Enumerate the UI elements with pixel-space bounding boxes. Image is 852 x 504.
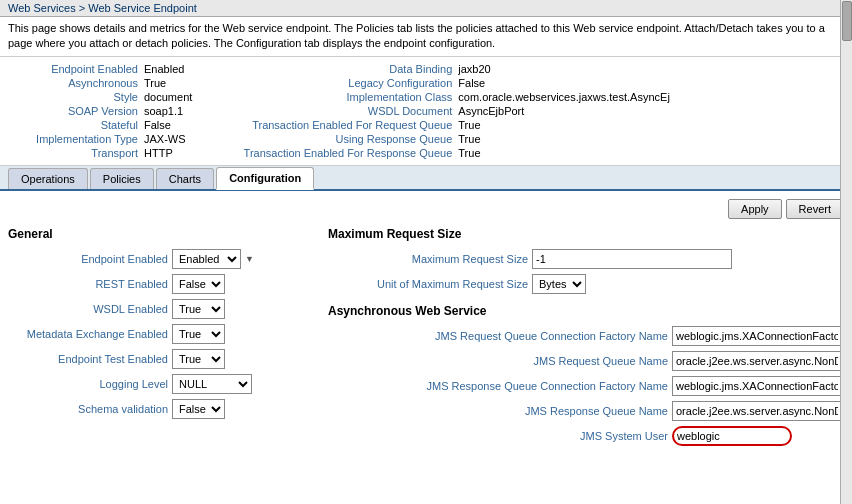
- form-label-wsdl-enabled: WSDL Enabled: [8, 303, 168, 315]
- jms-row-req-queue: JMS Request Queue Name: [328, 351, 844, 371]
- form-label-endpoint-enabled: Endpoint Enabled: [8, 253, 168, 265]
- jms-row-req-factory: JMS Request Queue Connection Factory Nam…: [328, 326, 844, 346]
- meta-value: False: [458, 77, 485, 89]
- jms-resp-queue-label: JMS Response Queue Name: [328, 405, 668, 417]
- meta-row: Implementation Class com.oracle.webservi…: [232, 91, 670, 103]
- schema-validation-select[interactable]: False True: [172, 399, 225, 419]
- jms-row-resp-queue: JMS Response Queue Name: [328, 401, 844, 421]
- form-label-schema-validation: Schema validation: [8, 403, 168, 415]
- right-sections: Maximum Request Size Maximum Request Siz…: [328, 227, 844, 451]
- meta-col-left: Endpoint Enabled Enabled Asynchronous Tr…: [8, 63, 192, 159]
- tabs-bar: Operations Policies Charts Configuration: [0, 166, 852, 191]
- jms-req-queue-label: JMS Request Queue Name: [328, 355, 668, 367]
- meta-value: True: [458, 119, 480, 131]
- max-request-size-title: Maximum Request Size: [328, 227, 844, 241]
- scrollbar-thumb[interactable]: [842, 1, 852, 41]
- meta-value: AsyncEjbPort: [458, 105, 524, 117]
- metadata-exchange-select[interactable]: True False: [172, 324, 225, 344]
- tab-policies[interactable]: Policies: [90, 168, 154, 189]
- meta-label: Legacy Configuration: [232, 77, 452, 89]
- unit-select[interactable]: Bytes KB MB: [532, 274, 586, 294]
- meta-row: Legacy Configuration False: [232, 77, 670, 89]
- form-row-logging-level: Logging Level NULL DEBUG INFO WARN ERROR: [8, 374, 308, 394]
- meta-value: jaxb20: [458, 63, 490, 75]
- tab-charts[interactable]: Charts: [156, 168, 214, 189]
- endpoint-enabled-select[interactable]: Enabled Disabled: [172, 249, 241, 269]
- meta-value: HTTP: [144, 147, 173, 159]
- meta-row: Asynchronous True: [8, 77, 192, 89]
- logging-level-select[interactable]: NULL DEBUG INFO WARN ERROR: [172, 374, 252, 394]
- meta-label: Endpoint Enabled: [8, 63, 138, 75]
- breadcrumb: Web Services > Web Service Endpoint: [0, 0, 852, 17]
- endpoint-test-select[interactable]: True False: [172, 349, 225, 369]
- meta-value: True: [458, 147, 480, 159]
- form-row-unit: Unit of Maximum Request Size Bytes KB MB: [328, 274, 844, 294]
- form-row-max-request-size: Maximum Request Size: [328, 249, 844, 269]
- meta-row: Endpoint Enabled Enabled: [8, 63, 192, 75]
- form-row-endpoint-enabled: Endpoint Enabled Enabled Disabled ▼: [8, 249, 308, 269]
- meta-label: Stateful: [8, 119, 138, 131]
- toolbar-row: Apply Revert: [8, 199, 844, 219]
- meta-label: Using Response Queue: [232, 133, 452, 145]
- jms-resp-factory-label: JMS Response Queue Connection Factory Na…: [328, 380, 668, 392]
- meta-label: Transaction Enabled For Request Queue: [232, 119, 452, 131]
- unit-label: Unit of Maximum Request Size: [328, 278, 528, 290]
- config-columns: General Endpoint Enabled Enabled Disable…: [8, 227, 844, 451]
- meta-label: Transport: [8, 147, 138, 159]
- metadata-section: Endpoint Enabled Enabled Asynchronous Tr…: [0, 57, 852, 166]
- meta-row: Data Binding jaxb20: [232, 63, 670, 75]
- jms-row-resp-factory: JMS Response Queue Connection Factory Na…: [328, 376, 844, 396]
- form-row-endpoint-test: Endpoint Test Enabled True False: [8, 349, 308, 369]
- meta-row: Transaction Enabled For Request Queue Tr…: [232, 119, 670, 131]
- jms-resp-queue-input[interactable]: [672, 401, 842, 421]
- form-label-logging-level: Logging Level: [8, 378, 168, 390]
- meta-value: document: [144, 91, 192, 103]
- apply-button[interactable]: Apply: [728, 199, 782, 219]
- meta-value: False: [144, 119, 171, 131]
- meta-row: WSDL Document AsyncEjbPort: [232, 105, 670, 117]
- async-section-title: Asynchronous Web Service: [328, 304, 844, 318]
- meta-value: True: [144, 77, 166, 89]
- max-request-size-label: Maximum Request Size: [328, 253, 528, 265]
- meta-label: Style: [8, 91, 138, 103]
- meta-label: WSDL Document: [232, 105, 452, 117]
- meta-row: Stateful False: [8, 119, 192, 131]
- meta-value: True: [458, 133, 480, 145]
- meta-label: Implementation Type: [8, 133, 138, 145]
- form-row-rest-enabled: REST Enabled False True: [8, 274, 308, 294]
- meta-label: Data Binding: [232, 63, 452, 75]
- max-request-size-input[interactable]: [532, 249, 732, 269]
- scrollbar[interactable]: [840, 0, 852, 504]
- jms-req-factory-input[interactable]: [672, 326, 842, 346]
- async-section: Asynchronous Web Service JMS Request Que…: [328, 304, 844, 446]
- meta-label: Transaction Enabled For Response Queue: [232, 147, 452, 159]
- general-section: General Endpoint Enabled Enabled Disable…: [8, 227, 308, 451]
- revert-button[interactable]: Revert: [786, 199, 844, 219]
- jms-resp-factory-input[interactable]: [672, 376, 842, 396]
- breadcrumb-current: Web Service Endpoint: [88, 2, 197, 14]
- jms-system-user-input[interactable]: [672, 426, 792, 446]
- max-request-size-section: Maximum Request Size Maximum Request Siz…: [328, 227, 844, 294]
- tab-configuration[interactable]: Configuration: [216, 167, 314, 190]
- general-section-title: General: [8, 227, 308, 241]
- wsdl-enabled-select[interactable]: True False: [172, 299, 225, 319]
- meta-label: Asynchronous: [8, 77, 138, 89]
- rest-enabled-select[interactable]: False True: [172, 274, 225, 294]
- meta-value: JAX-WS: [144, 133, 186, 145]
- meta-value: Enabled: [144, 63, 184, 75]
- meta-row: Implementation Type JAX-WS: [8, 133, 192, 145]
- jms-req-queue-input[interactable]: [672, 351, 842, 371]
- form-label-endpoint-test: Endpoint Test Enabled: [8, 353, 168, 365]
- form-row-schema-validation: Schema validation False True: [8, 399, 308, 419]
- breadcrumb-parent-link[interactable]: Web Services: [8, 2, 76, 14]
- meta-row: Style document: [8, 91, 192, 103]
- chevron-down-icon: ▼: [245, 254, 254, 264]
- jms-row-system-user: JMS System User: [328, 426, 844, 446]
- meta-row: Using Response Queue True: [232, 133, 670, 145]
- meta-row: Transport HTTP: [8, 147, 192, 159]
- meta-label: Implementation Class: [232, 91, 452, 103]
- tab-operations[interactable]: Operations: [8, 168, 88, 189]
- jms-req-factory-label: JMS Request Queue Connection Factory Nam…: [328, 330, 668, 342]
- meta-row: Transaction Enabled For Response Queue T…: [232, 147, 670, 159]
- meta-col-right: Data Binding jaxb20 Legacy Configuration…: [232, 63, 670, 159]
